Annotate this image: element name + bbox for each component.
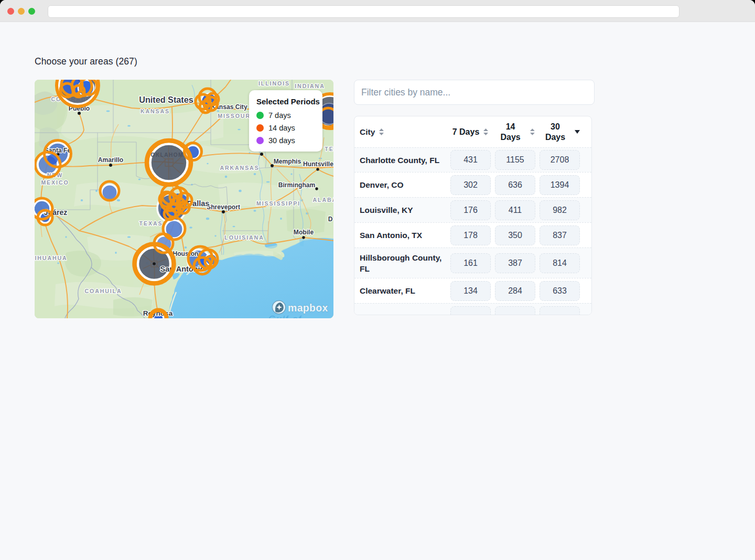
svg-text:Shreveport: Shreveport [207,203,240,211]
svg-text:mapbox: mapbox [288,302,328,314]
svg-text:TEXAS: TEXAS [139,220,163,227]
svg-text:LOUISIANA: LOUISIANA [224,234,264,241]
svg-text:INDIANA: INDIANA [295,83,325,89]
svg-text:MISSISSIPPI: MISSISSIPPI [256,200,300,207]
svg-text:Gulf of: Gulf of [268,314,302,318]
svg-text:TENNESSEE: TENNESSEE [325,146,333,152]
svg-text:Houston: Houston [172,250,198,257]
svg-text:MEXICO: MEXICO [41,179,69,186]
svg-text:Mobile: Mobile [294,229,314,236]
svg-text:Huntsville: Huntsville [303,160,333,168]
svg-text:ALABAMA: ALABAMA [313,197,333,203]
svg-text:COAHUILA: COAHUILA [84,288,122,294]
svg-text:Birmingham: Birmingham [278,181,316,189]
svg-text:CHIHUAHUA: CHIHUAHUA [35,255,68,261]
svg-text:OKLAHOMA: OKLAHOMA [150,152,188,158]
svg-text:Memphis: Memphis [274,158,301,165]
svg-text:MISSOURI: MISSOURI [218,113,253,119]
svg-text:ILLINOIS: ILLINOIS [258,80,290,87]
svg-text:United States: United States [139,95,193,104]
svg-text:KANSAS: KANSAS [141,108,170,114]
svg-text:Amarillo: Amarillo [98,156,123,164]
svg-text:D: D [328,216,333,223]
svg-text:ARKANSAS: ARKANSAS [220,165,259,171]
